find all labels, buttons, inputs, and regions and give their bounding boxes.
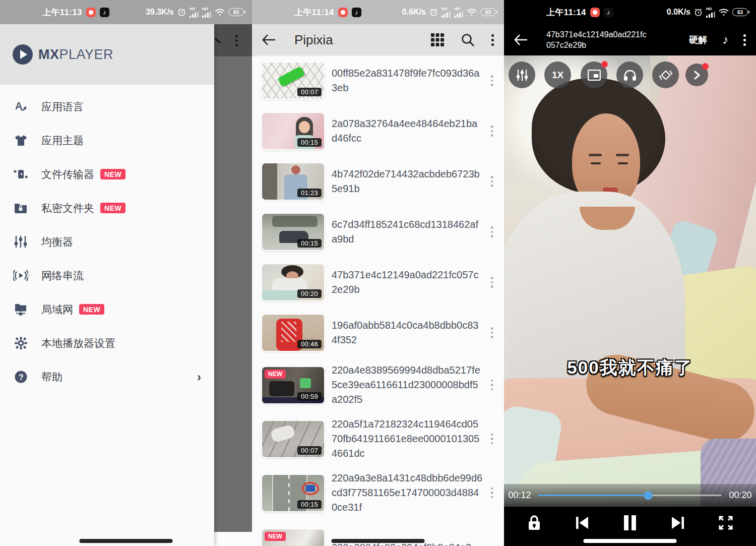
decoder-toggle[interactable]: 硬解 [689,34,707,46]
video-frame[interactable] [504,55,756,507]
tiktok-icon: ♪ [100,8,109,17]
tiktok-icon: ♪ [604,8,613,17]
mx-player-logo: MXPLAYER [13,44,113,65]
home-indicator[interactable] [80,539,173,543]
audio-mode-button[interactable] [616,62,643,88]
seek-track[interactable] [538,495,722,496]
duration-badge: 00:46 [297,340,322,348]
file-row[interactable]: 00:20 47b371e4c12149a0ad221fc057c2e29b [252,257,504,308]
file-name: 2a078a32764a4ee48464eb21bad46fcc [332,116,483,146]
new-badge: NEW [100,203,125,213]
seek-bar-area: 00:12 00:20 [504,484,756,507]
battery-icon: 63 [228,8,244,16]
wifi-icon [215,9,225,16]
status-bar: 上午11:14 ♪ 0.6K/s HD HD 63 [252,0,504,24]
item-menu-button[interactable] [491,75,493,86]
item-menu-button[interactable] [491,176,493,187]
playback-speed-button[interactable]: 1X [544,62,571,88]
next-button[interactable] [664,509,692,537]
equalizer-button[interactable] [509,62,535,88]
video-thumbnail: 00:15 [262,475,324,511]
duration-badge: 00:15 [297,500,322,509]
battery-icon: 63 [480,8,496,16]
drawer-header: MXPLAYER [0,24,214,85]
video-file-list: 00:07 00ff85e2a831478f9fe7fc093d36a3eb 0… [252,55,504,546]
video-thumbnail: 00:20 [262,264,324,300]
video-thumbnail: 00:15 [262,113,324,149]
drawer-item-private-folder[interactable]: 私密文件夹 NEW [0,191,214,225]
file-row[interactable]: 00:15 220a9a3e8a1431c48dbb6de99d6cd3f775… [252,466,504,520]
alarm-icon [694,8,703,17]
translate-icon: A [13,99,28,114]
drawer-item-app-language[interactable]: A 应用语言 [0,90,214,124]
private-folder-icon [13,201,28,216]
file-name: 6c7d34ff185241c68cd1318462afa9bd [332,217,483,247]
drawer-scrim[interactable] [214,24,252,534]
current-time: 00:12 [504,490,535,501]
home-indicator[interactable] [332,539,425,543]
file-row[interactable]: NEW 00:59 220a4e8389569994d8dba5217fe5ce… [252,358,504,412]
drawer-item-local-player-settings[interactable]: 本地播放器设置 [0,326,214,360]
file-name: 00ff85e2a831478f9fe7fc093d36a3eb [332,66,483,95]
new-badge: NEW [79,304,104,315]
file-row[interactable]: 01:23 4b742f02de714432acbdeb6723b5e91b [252,156,504,207]
signal-icon-sim1: HD [190,7,199,18]
status-bar: 上午11:13 ♪ 39.3K/s HD HD 63 [0,0,252,24]
seek-thumb[interactable] [644,491,653,500]
back-button[interactable] [262,34,275,45]
lock-button[interactable] [520,509,548,537]
item-menu-button[interactable] [491,327,493,338]
grid-view-button[interactable] [431,33,444,46]
more-controls-button[interactable] [685,64,708,86]
drawer-item-help[interactable]: ? 帮助 › [0,360,214,394]
screen-record-icon [338,8,348,17]
pip-button[interactable] [581,62,607,88]
tiktok-icon: ♪ [352,8,361,17]
fullscreen-button[interactable] [712,509,740,537]
item-menu-button[interactable] [491,488,493,499]
back-button[interactable] [514,34,527,45]
rotate-screen-button[interactable] [652,62,679,88]
item-menu-button[interactable] [491,380,493,391]
file-row[interactable]: 00:15 6c7d34ff185241c68cd1318462afa9bd [252,207,504,257]
drawer-item-lan[interactable]: 局域网 NEW [0,292,214,326]
file-name: 220a5f1a72182324c119464cd0570fb641911661… [332,417,483,461]
drawer-item-equalizer[interactable]: 均衡器 [0,225,214,259]
item-menu-button[interactable] [491,277,493,288]
video-thumbnail: 00:07 [262,421,324,457]
duration-badge: 00:20 [297,289,322,298]
overflow-menu-button[interactable] [743,34,746,46]
item-menu-button[interactable] [491,126,493,137]
file-row[interactable]: 00:07 220a5f1a72182324c119464cd0570fb641… [252,412,504,466]
screen-record-icon [86,8,96,17]
pause-button[interactable] [616,509,644,537]
overflow-menu-button[interactable] [491,34,494,46]
search-button[interactable] [461,33,474,46]
file-name: 220a9a3e8a1431c48dbb6de99d6cd3f77581165e… [332,471,483,515]
wifi-icon [719,9,729,16]
duration-badge: 00:15 [297,138,322,147]
drawer-item-network-stream[interactable]: 网络串流 [0,259,214,292]
audio-track-button[interactable]: ♪ [722,33,728,47]
signal-icon-sim2: HD [454,7,463,18]
total-time: 00:20 [725,490,756,501]
composite-screenshot: 上午11:13 ♪ 39.3K/s HD HD 63 [0,0,756,546]
item-menu-button[interactable] [491,434,493,445]
file-row[interactable]: 00:07 00ff85e2a831478f9fe7fc093d36a3eb [252,55,504,106]
file-row[interactable]: 00:15 2a078a32764a4ee48464eb21bad46fcc [252,106,504,156]
file-row[interactable]: 00:46 196af0abb5814c0ca4b8dbb0c834f352 [252,308,504,358]
settings-icon [13,336,28,351]
previous-button[interactable] [568,509,596,537]
play-logo-icon [13,44,33,65]
lan-icon [13,302,28,317]
equalizer-icon [13,234,28,250]
notification-dot [702,63,709,70]
help-icon: ? [13,370,28,385]
drawer-item-file-transfer[interactable]: 文件传输器 NEW [0,157,214,191]
seek-progress [538,495,648,496]
theme-icon [13,133,28,148]
home-indicator[interactable] [584,539,677,543]
battery-icon: 63 [732,8,748,16]
item-menu-button[interactable] [491,226,493,237]
drawer-item-app-theme[interactable]: 应用主题 [0,124,214,157]
